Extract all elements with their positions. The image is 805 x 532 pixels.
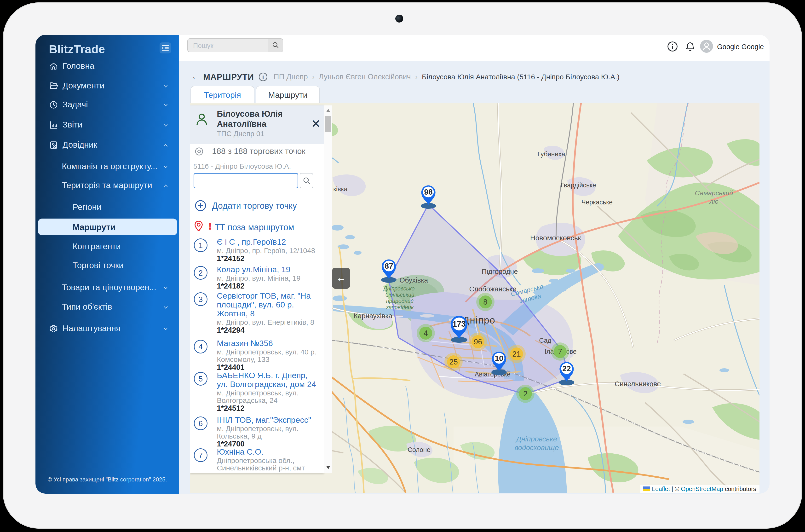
svg-text:Дніпро: Дніпро (463, 315, 496, 325)
svg-text:87: 87 (385, 262, 393, 270)
svg-text:ківка: ківка (333, 186, 348, 193)
svg-text:Орільський: Орільський (385, 292, 415, 298)
svg-text:Черкаське: Черкаське (581, 199, 613, 206)
svg-text:Обухівка: Обухівка (400, 276, 428, 284)
svg-text:25: 25 (449, 358, 458, 366)
svg-text:природний: природний (386, 298, 414, 304)
svg-text:Карнаухівка: Карнаухівка (353, 312, 392, 320)
svg-text:Синельникове: Синельникове (615, 380, 661, 388)
svg-text:10: 10 (495, 354, 503, 363)
svg-text:Дніпровсько-: Дніпровсько- (383, 285, 417, 292)
svg-text:22: 22 (562, 364, 571, 373)
svg-text:7: 7 (558, 347, 562, 356)
svg-text:4: 4 (424, 329, 428, 337)
svg-text:Гвардійське: Гвардійське (561, 182, 596, 189)
svg-text:Слобожанське: Слобожанське (469, 285, 516, 293)
svg-text:8: 8 (483, 298, 487, 306)
svg-text:Дніпровське: Дніпровське (516, 435, 557, 443)
svg-text:Новомосковськ: Новомосковськ (530, 234, 581, 242)
svg-text:Самарський: Самарський (695, 189, 733, 197)
svg-text:ліс: ліс (709, 198, 718, 205)
svg-text:21: 21 (512, 350, 521, 358)
svg-text:заповідник: заповідник (386, 304, 414, 310)
svg-text:96: 96 (474, 337, 482, 346)
svg-text:Губиниха: Губиниха (537, 151, 565, 158)
svg-text:водосховище: водосховище (514, 443, 559, 452)
svg-text:98: 98 (424, 188, 433, 196)
svg-text:Солоне: Солоне (408, 446, 430, 453)
svg-text:Сад—: Сад— (539, 337, 558, 344)
svg-text:2: 2 (523, 390, 528, 398)
svg-text:Підгородне: Підгородне (482, 268, 518, 276)
svg-text:173: 173 (452, 320, 465, 328)
